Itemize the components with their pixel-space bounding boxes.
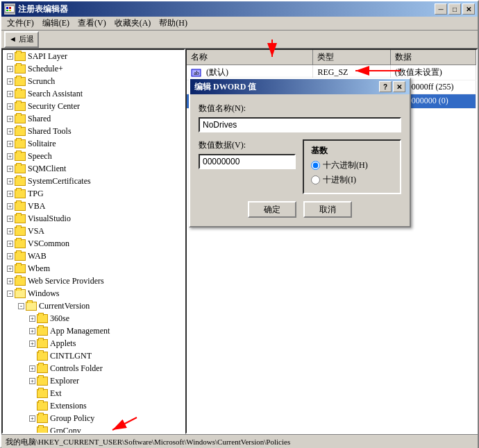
- expand-360se[interactable]: +: [29, 316, 35, 322]
- tree-label-vsa: VSA: [28, 226, 44, 236]
- tree-item-vs[interactable]: + VisualStudio: [3, 212, 184, 225]
- expand-webservice[interactable]: +: [7, 278, 13, 284]
- expand-wab[interactable]: +: [7, 253, 13, 259]
- tree-item-grpconv[interactable]: GrpConv: [3, 424, 184, 434]
- tree-item-sapi[interactable]: + SAPI Layer: [3, 50, 184, 62]
- expand-sqm[interactable]: +: [7, 166, 13, 172]
- expand-wbem[interactable]: +: [7, 266, 13, 272]
- col-header-name[interactable]: 名称: [187, 50, 313, 65]
- tree-item-currentversion[interactable]: - CurrentVersion: [3, 300, 184, 312]
- tree-item-ext[interactable]: Ext: [3, 387, 184, 399]
- tree-item-sharedtools[interactable]: + Shared Tools: [3, 125, 184, 137]
- tree-item-wbem[interactable]: + Wbem: [3, 262, 184, 275]
- expand-sharedtools[interactable]: +: [7, 128, 13, 135]
- expand-speech[interactable]: +: [7, 153, 13, 160]
- tree-item-appmgmt[interactable]: + App Management: [3, 325, 184, 337]
- field-data-input[interactable]: [199, 154, 296, 169]
- dialog-help-button[interactable]: ?: [379, 81, 392, 92]
- ok-button[interactable]: 确定: [248, 201, 296, 218]
- tree-item-speech[interactable]: + Speech: [3, 150, 184, 162]
- expand-tpg[interactable]: +: [7, 191, 13, 197]
- expand-applets[interactable]: +: [29, 341, 35, 347]
- tree-label-solitaire: Solitaire: [28, 139, 56, 149]
- expand-security[interactable]: +: [7, 103, 13, 110]
- folder-icon-wab: [15, 252, 26, 261]
- close-button[interactable]: ✕: [462, 3, 475, 15]
- tree-item-grouppolicy[interactable]: + Group Policy: [3, 412, 184, 424]
- expand-solitaire[interactable]: +: [7, 141, 13, 147]
- menu-view[interactable]: 查看(V): [74, 16, 110, 31]
- menu-help[interactable]: 帮助(H): [155, 16, 192, 31]
- tree-item-schedule[interactable]: + Schedule+: [3, 62, 184, 75]
- expand-sapi[interactable]: +: [7, 53, 13, 60]
- expand-appmgmt[interactable]: +: [29, 328, 35, 334]
- minimize-button[interactable]: ─: [435, 3, 447, 15]
- expand-vba[interactable]: +: [7, 203, 13, 209]
- tree-label-sharedtools: Shared Tools: [28, 126, 72, 137]
- tree-panel[interactable]: + SAPI Layer + Schedule+ + Scrunch + Sea…: [1, 49, 185, 434]
- tree-item-wab[interactable]: + WAB: [3, 250, 184, 262]
- cancel-button[interactable]: 取消: [303, 201, 352, 218]
- expand-syscerts[interactable]: +: [7, 178, 13, 184]
- expand-vs[interactable]: +: [7, 216, 13, 222]
- expand-shared[interactable]: +: [7, 116, 13, 122]
- tree-item-tpg[interactable]: + TPG: [3, 187, 184, 200]
- menu-bar: 文件(F) 编辑(E) 查看(V) 收藏夹(A) 帮助(H): [1, 17, 478, 31]
- tree-item-security[interactable]: + Security Center: [3, 100, 184, 112]
- folder-icon-ext: [37, 389, 48, 398]
- expand-controls[interactable]: +: [29, 365, 35, 372]
- tree-item-syscerts[interactable]: + SystemCertificates: [3, 175, 184, 187]
- expand-currentversion[interactable]: -: [18, 303, 24, 309]
- tree-item-explorer[interactable]: + Explorer: [3, 374, 184, 387]
- folder-icon-schedule: [15, 64, 26, 74]
- dialog-close-button[interactable]: ✕: [393, 81, 405, 92]
- tree-label-windows: Windows: [28, 288, 60, 299]
- radio-hex[interactable]: 十六进制(H): [311, 160, 393, 171]
- tree-item-vsa[interactable]: + VSA: [3, 225, 184, 237]
- tree-item-applets[interactable]: + Applets: [3, 337, 184, 350]
- tree-item-extensions[interactable]: Extensions: [3, 399, 184, 412]
- tree-item-search[interactable]: + Search Assistant: [3, 87, 184, 100]
- base-group-label: 基数: [311, 145, 393, 157]
- expand-vscommon[interactable]: +: [7, 241, 13, 247]
- maximize-button[interactable]: □: [448, 3, 461, 15]
- radio-dec[interactable]: 十进制(I): [311, 174, 393, 186]
- expand-grouppolicy[interactable]: +: [29, 415, 35, 422]
- col-header-data[interactable]: 数据: [390, 50, 476, 65]
- status-bar: 我的电脑\HKEY_CURRENT_USER\Software\Microsof…: [1, 434, 478, 448]
- toolbar-back[interactable]: ◄ 后退: [4, 31, 39, 48]
- field-name-input[interactable]: [199, 117, 401, 132]
- tree-item-shared[interactable]: + Shared: [3, 112, 184, 125]
- expand-scrunch[interactable]: +: [7, 78, 13, 85]
- base-radio-group: 基数 十六进制(H) 十进制(I): [303, 139, 401, 194]
- tree-item-scrunch[interactable]: + Scrunch: [3, 75, 184, 87]
- expand-schedule[interactable]: +: [7, 66, 13, 72]
- tree-item-webservice[interactable]: + Web Service Providers: [3, 275, 184, 287]
- menu-favorites[interactable]: 收藏夹(A): [110, 16, 156, 31]
- folder-icon-cintlgnt: [37, 352, 48, 361]
- tree-item-vscommon[interactable]: + VSCommon: [3, 237, 184, 250]
- tree-item-cintlgnt[interactable]: CINTLGNT: [3, 350, 184, 362]
- tree-label-search: Search Assistant: [28, 89, 83, 99]
- toolbar: ◄ 后退: [1, 31, 478, 49]
- tree-item-windows[interactable]: - Windows: [3, 287, 184, 300]
- col-header-type[interactable]: 类型: [313, 50, 390, 65]
- tree-item-controls[interactable]: + Controls Folder: [3, 362, 184, 374]
- tree-item-360se[interactable]: + 360se: [3, 312, 184, 325]
- tree-item-solitaire[interactable]: + Solitaire: [3, 137, 184, 150]
- menu-edit[interactable]: 编辑(E): [38, 16, 74, 31]
- radio-dec-input[interactable]: [311, 175, 320, 184]
- tree-item-vba[interactable]: + VBA: [3, 200, 184, 212]
- expand-explorer[interactable]: +: [29, 378, 35, 384]
- tree-label-webservice: Web Service Providers: [28, 276, 104, 286]
- expand-search[interactable]: +: [7, 91, 13, 97]
- expand-windows[interactable]: -: [7, 291, 13, 297]
- window-title: 注册表编辑器: [18, 3, 68, 15]
- dialog-title-buttons: ? ✕: [379, 81, 405, 92]
- menu-file[interactable]: 文件(F): [3, 16, 38, 31]
- tree-label-applets: Applets: [50, 338, 76, 349]
- tree-item-sqm[interactable]: + SQMClient: [3, 162, 184, 175]
- expand-vsa[interactable]: +: [7, 228, 13, 234]
- radio-hex-input[interactable]: [311, 161, 320, 170]
- tree-label-cintlgnt: CINTLGNT: [50, 351, 92, 361]
